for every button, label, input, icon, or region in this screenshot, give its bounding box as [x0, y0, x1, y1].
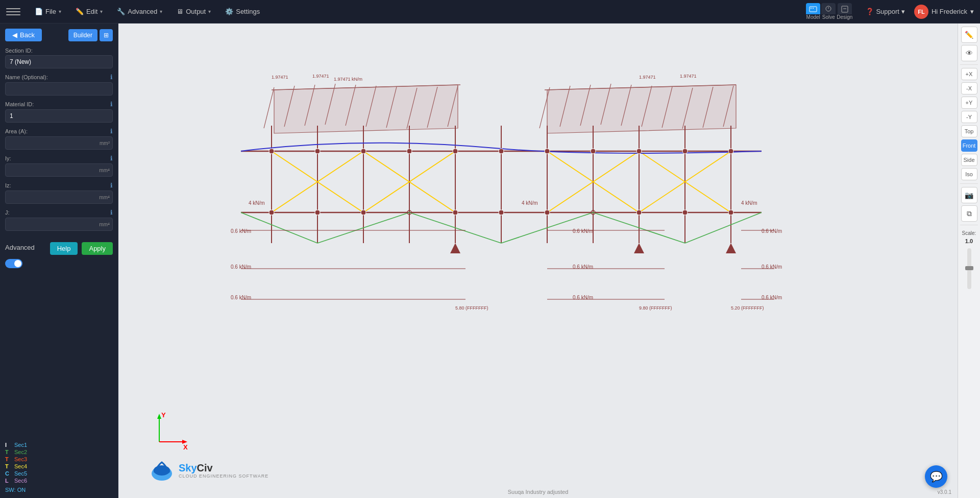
- edit-tool-button[interactable]: ✏️: [961, 27, 977, 43]
- tab-design[interactable]: Design: [837, 3, 852, 20]
- visibility-button[interactable]: 👁: [961, 45, 977, 61]
- svg-point-69: [269, 210, 274, 215]
- support-button[interactable]: ❓ Support ▾: [866, 8, 905, 15]
- canvas-area: 1.97471 kN/m 1.97471 1.97471 1.97471 1.9…: [118, 23, 958, 498]
- svg-rect-0: [810, 7, 817, 12]
- info-icon[interactable]: ℹ: [110, 155, 113, 162]
- nav-settings[interactable]: ⚙️ Settings: [219, 5, 266, 18]
- toolbar-divider: [960, 64, 978, 65]
- svg-point-59: [315, 149, 320, 154]
- svg-rect-5: [842, 6, 848, 12]
- toolbar-divider: [960, 183, 978, 184]
- view-side-button[interactable]: Side: [961, 154, 977, 166]
- svg-point-73: [453, 210, 458, 215]
- info-icon[interactable]: ℹ: [110, 74, 113, 81]
- j-input-wrapper: mm⁴: [5, 218, 113, 231]
- advanced-toggle[interactable]: [5, 259, 22, 268]
- svg-point-61: [407, 149, 412, 154]
- iz-unit: mm⁴: [99, 195, 110, 200]
- chat-bubble[interactable]: 💬: [925, 465, 947, 488]
- help-button[interactable]: Help: [50, 242, 78, 255]
- nav-advanced[interactable]: 🔧 Advanced ▾: [111, 5, 168, 18]
- view-front-button[interactable]: Front: [961, 139, 977, 152]
- nav-output[interactable]: 🖥 Output ▾: [170, 5, 217, 18]
- view-iso-button[interactable]: Iso: [961, 168, 977, 180]
- builder-button[interactable]: Builder: [68, 29, 97, 41]
- user-menu[interactable]: FL Hi Frederick ▾: [914, 5, 974, 19]
- edit-icon: ✏️: [76, 8, 84, 15]
- section-id-label: Section ID:: [5, 48, 33, 54]
- tab-model[interactable]: Model: [806, 3, 820, 20]
- grid-button[interactable]: ⊞: [100, 29, 113, 41]
- view-plus-x-button[interactable]: +X: [961, 68, 977, 80]
- back-button[interactable]: ◀ Back: [5, 29, 42, 41]
- apply-button[interactable]: Apply: [82, 242, 113, 255]
- section-id-select[interactable]: 7 (New): [5, 55, 113, 68]
- hamburger-menu[interactable]: [6, 5, 20, 19]
- svg-line-28: [241, 212, 317, 243]
- main-layout: ◀ Back Builder ⊞ Section ID: 7 (New) Nam…: [0, 23, 980, 498]
- sw-status: SW: ON: [5, 487, 113, 493]
- svg-text:4 kN/m: 4 kN/m: [522, 200, 538, 206]
- material-id-group: Material ID: ℹ: [5, 101, 113, 123]
- svg-text:1.97471 kN/m: 1.97471 kN/m: [334, 77, 362, 82]
- svg-marker-44: [274, 85, 458, 133]
- iy-group: Iy: ℹ mm⁴: [5, 155, 113, 177]
- nav-right: Model Solve Design ❓ Support ▾ FL Hi Fre…: [806, 3, 974, 20]
- svg-point-70: [315, 210, 320, 215]
- svg-point-58: [269, 149, 274, 154]
- view-plus-y-button[interactable]: +Y: [961, 97, 977, 109]
- tab-solve[interactable]: Solve: [821, 3, 836, 20]
- svg-point-60: [361, 149, 366, 154]
- sidebar-top-buttons: ◀ Back Builder ⊞: [5, 29, 113, 41]
- gear-icon: ⚙️: [225, 8, 233, 15]
- sidebar: ◀ Back Builder ⊞ Section ID: 7 (New) Nam…: [0, 23, 118, 498]
- advanced-action-buttons: Help Apply: [50, 242, 113, 255]
- material-id-input[interactable]: [5, 109, 113, 123]
- area-input[interactable]: [5, 136, 113, 150]
- nav-edit[interactable]: ✏️ Edit ▾: [69, 5, 109, 18]
- svg-text:5.20 (FFFFFFF): 5.20 (FFFFFFF): [731, 305, 764, 311]
- info-icon[interactable]: ℹ: [110, 209, 113, 216]
- info-icon[interactable]: ℹ: [110, 101, 113, 108]
- viewport[interactable]: 1.97471 kN/m 1.97471 1.97471 1.97471 1.9…: [118, 23, 958, 498]
- name-input[interactable]: [5, 82, 113, 96]
- legend-item-1: I Sec1: [5, 442, 113, 448]
- advanced-header: Advanced Help Apply: [5, 240, 113, 255]
- nav-file[interactable]: 📄 File ▾: [29, 5, 67, 18]
- pencil-icon: ✏️: [965, 31, 973, 39]
- view-minus-y-button[interactable]: -Y: [961, 111, 977, 123]
- svg-marker-106: [450, 243, 460, 253]
- info-icon[interactable]: ℹ: [110, 128, 113, 135]
- skyciv-tagline: CLOUD ENGINEERING SOFTWARE: [179, 473, 268, 479]
- j-input[interactable]: [5, 218, 113, 231]
- svg-point-65: [591, 149, 596, 154]
- chevron-down-icon: ▾: [901, 8, 905, 15]
- svg-point-75: [545, 210, 550, 215]
- name-group: Name (Optional): ℹ: [5, 74, 113, 96]
- chevron-down-icon: ▾: [59, 9, 61, 14]
- svg-text:1.97471: 1.97471: [680, 74, 697, 79]
- svg-marker-113: [157, 414, 161, 419]
- info-icon[interactable]: ℹ: [110, 182, 113, 189]
- iy-input[interactable]: [5, 163, 113, 177]
- version-label: v3.0.1: [938, 489, 951, 495]
- screenshot-button[interactable]: 📷: [961, 187, 977, 203]
- iz-input[interactable]: [5, 191, 113, 204]
- monitor-icon: 🖥: [177, 8, 183, 15]
- scale-slider[interactable]: [967, 248, 971, 289]
- legend-item-5: C Sec5: [5, 470, 113, 477]
- view-minus-x-button[interactable]: -X: [961, 82, 977, 94]
- advanced-label: Advanced: [5, 244, 35, 251]
- svg-marker-107: [634, 243, 644, 253]
- view-top-button[interactable]: Top: [961, 125, 977, 137]
- navbar: 📄 File ▾ ✏️ Edit ▾ 🔧 Advanced ▾ 🖥 Output…: [0, 0, 980, 23]
- iz-label: Iz:: [5, 182, 11, 188]
- scale-thumb[interactable]: [965, 266, 973, 270]
- iy-input-wrapper: mm⁴: [5, 163, 113, 177]
- svg-text:1.97471: 1.97471: [639, 75, 656, 80]
- layers-button[interactable]: ⧉: [961, 205, 977, 222]
- svg-point-67: [682, 149, 688, 154]
- svg-text:1.97471: 1.97471: [312, 74, 329, 79]
- svg-point-66: [636, 149, 642, 154]
